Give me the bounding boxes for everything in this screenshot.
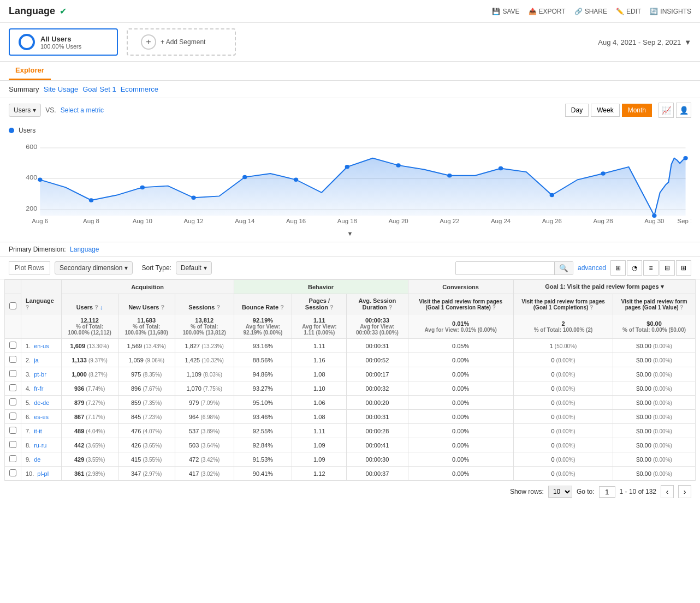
rows-per-page-select[interactable]: 10 25 50: [548, 486, 572, 498]
row-avg-session-cell: 00:00:28: [347, 424, 408, 438]
list-view-button[interactable]: ≡: [643, 260, 659, 276]
next-page-button[interactable]: ›: [678, 485, 691, 498]
insights-button[interactable]: 🔄 INSIGHTS: [650, 8, 691, 15]
sort-type-dropdown[interactable]: Default ▾: [176, 261, 212, 274]
page-header: Language ✔ 💾 SAVE 📤 EXPORT 🔗 SHARE ✏️ ED…: [0, 0, 700, 23]
row-checkbox-cell[interactable]: [5, 381, 21, 396]
row-checkbox[interactable]: [9, 413, 16, 420]
checkbox-all[interactable]: [9, 302, 16, 309]
row-pages-session-cell: 1.12: [292, 467, 347, 481]
language-link[interactable]: es-es: [34, 414, 49, 420]
language-link[interactable]: ja: [34, 357, 39, 363]
month-button[interactable]: Month: [622, 104, 652, 117]
edit-button[interactable]: ✏️ EDIT: [616, 8, 641, 15]
row-users-cell: 867 (7.17%): [61, 410, 118, 424]
tab-explorer[interactable]: Explorer: [9, 62, 51, 80]
row-checkbox-cell[interactable]: [5, 339, 21, 353]
time-controls: Day Week Month: [565, 104, 652, 117]
compare-view-button[interactable]: ⊟: [660, 260, 675, 276]
svg-point-17: [550, 193, 554, 198]
grid-view-button[interactable]: ⊞: [610, 260, 626, 276]
sub-tab-summary[interactable]: Summary: [9, 85, 39, 93]
date-range[interactable]: Aug 4, 2021 - Sep 2, 2021 ▼: [598, 38, 691, 46]
export-icon: 📤: [529, 8, 537, 15]
row-users-cell: 879 (7.27%): [61, 396, 118, 410]
row-checkbox[interactable]: [9, 398, 16, 405]
sub-tab-ecommerce[interactable]: Ecommerce: [121, 85, 158, 93]
export-button[interactable]: 📤 EXPORT: [529, 8, 566, 15]
advanced-link[interactable]: advanced: [578, 264, 606, 272]
metric-dropdown[interactable]: Users ▾: [9, 104, 41, 117]
sub-tab-site-usage[interactable]: Site Usage: [44, 85, 79, 93]
row-checkbox[interactable]: [9, 356, 16, 363]
row-checkbox[interactable]: [9, 384, 16, 391]
search-box[interactable]: 🔍: [455, 261, 573, 275]
svg-point-7: [38, 178, 42, 182]
row-checkbox[interactable]: [9, 455, 16, 462]
row-bounce-rate-cell: 88.56%: [234, 353, 292, 367]
pivot-view-button[interactable]: ⊞: [676, 260, 691, 276]
active-segment[interactable]: All Users 100.00% Users: [9, 28, 118, 56]
sub-tab-goal-set-1[interactable]: Goal Set 1: [82, 85, 116, 93]
add-segment-button[interactable]: + + Add Segment: [127, 28, 236, 56]
language-link[interactable]: fr-fr: [34, 385, 43, 392]
language-header: Language ?: [21, 280, 62, 314]
secondary-dimension-dropdown[interactable]: Secondary dimension ▾: [55, 261, 133, 274]
pie-view-button[interactable]: ◔: [627, 260, 642, 276]
edit-icon: ✏️: [616, 8, 624, 15]
bounce-rate-col-header: Bounce Rate ?: [234, 294, 292, 314]
save-button[interactable]: 💾 SAVE: [492, 8, 519, 15]
select-all-checkbox[interactable]: [5, 294, 21, 314]
row-checkbox[interactable]: [9, 342, 16, 349]
plot-rows-button[interactable]: Plot Rows: [9, 261, 50, 274]
svg-text:Aug 24: Aug 24: [491, 218, 511, 224]
row-checkbox[interactable]: [9, 441, 16, 448]
language-link[interactable]: en-us: [34, 343, 49, 349]
language-link[interactable]: de: [34, 456, 40, 463]
row-checkbox-cell[interactable]: [5, 367, 21, 381]
select-metric-link[interactable]: Select a metric: [61, 106, 104, 114]
go-to-input[interactable]: [599, 486, 615, 498]
language-link[interactable]: pl-pl: [37, 470, 49, 477]
row-checkbox-cell[interactable]: [5, 424, 21, 438]
line-chart-button[interactable]: 📈: [659, 103, 674, 118]
language-link[interactable]: ru-ru: [34, 442, 46, 449]
row-goal-comp-cell: 0 (0.00%): [513, 452, 613, 467]
row-goal-comp-cell: 0 (0.00%): [513, 367, 613, 381]
row-checkbox-cell[interactable]: [5, 467, 21, 481]
row-checkbox-cell[interactable]: [5, 396, 21, 410]
svg-text:Aug 16: Aug 16: [286, 218, 306, 224]
row-checkbox[interactable]: [9, 427, 16, 434]
row-num-cell: 5.de-de: [21, 396, 62, 410]
goal-dropdown-header[interactable]: Goal 1: Visit the paid review form pages…: [513, 280, 695, 294]
row-bounce-rate-cell: 93.27%: [234, 381, 292, 396]
tab-bar: Explorer: [0, 62, 700, 81]
search-button[interactable]: 🔍: [554, 262, 573, 274]
row-users-cell: 489 (4.04%): [61, 424, 118, 438]
row-new-users-cell: 1,569 (13.43%): [118, 339, 175, 353]
row-checkbox[interactable]: [9, 469, 16, 476]
row-checkbox[interactable]: [9, 370, 16, 377]
search-input[interactable]: [456, 262, 554, 274]
day-button[interactable]: Day: [565, 104, 589, 117]
svg-text:600: 600: [26, 143, 37, 150]
language-link[interactable]: it-it: [34, 428, 42, 434]
bar-chart-button[interactable]: 👤: [676, 103, 691, 118]
language-link[interactable]: pt-br: [34, 371, 46, 378]
share-button[interactable]: 🔗 SHARE: [574, 8, 607, 15]
row-goal-value-cell: $0.00 (0.00%): [613, 452, 696, 467]
row-goal-conv-cell: 0.00%: [408, 438, 513, 452]
row-checkbox-cell[interactable]: [5, 452, 21, 467]
row-goal-conv-cell: 0.00%: [408, 467, 513, 481]
chart-expand-icon[interactable]: ▼: [347, 230, 353, 237]
row-checkbox-cell[interactable]: [5, 410, 21, 424]
prev-page-button[interactable]: ‹: [661, 485, 674, 498]
segment-circle-icon: [19, 34, 35, 50]
acquisition-header: Acquisition: [61, 280, 234, 294]
svg-text:Aug 20: Aug 20: [388, 218, 408, 224]
row-checkbox-cell[interactable]: [5, 353, 21, 367]
row-checkbox-cell[interactable]: [5, 438, 21, 452]
week-button[interactable]: Week: [591, 104, 619, 117]
row-bounce-rate-cell: 90.41%: [234, 467, 292, 481]
language-link[interactable]: de-de: [34, 399, 49, 406]
